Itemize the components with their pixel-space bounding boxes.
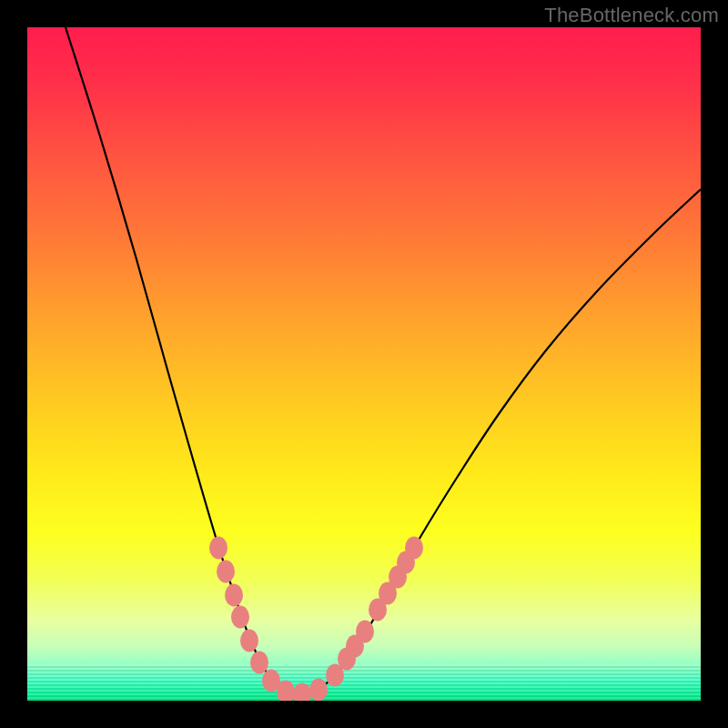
highlight-dot xyxy=(209,537,228,560)
highlight-dot xyxy=(231,606,249,629)
highlight-dots-group xyxy=(209,537,423,702)
highlight-dot xyxy=(356,621,374,643)
highlight-dot xyxy=(250,652,268,674)
outer-frame: TheBottleneck.com xyxy=(0,0,728,728)
watermark-text: TheBottleneck.com xyxy=(544,4,719,27)
highlight-dot xyxy=(405,537,423,560)
highlight-dot xyxy=(240,630,258,652)
highlight-dot xyxy=(293,683,311,702)
plot-area xyxy=(27,27,701,701)
curve-layer xyxy=(27,27,701,701)
highlight-dot xyxy=(225,584,243,607)
highlight-dot xyxy=(217,561,235,583)
highlight-dot xyxy=(309,679,328,702)
